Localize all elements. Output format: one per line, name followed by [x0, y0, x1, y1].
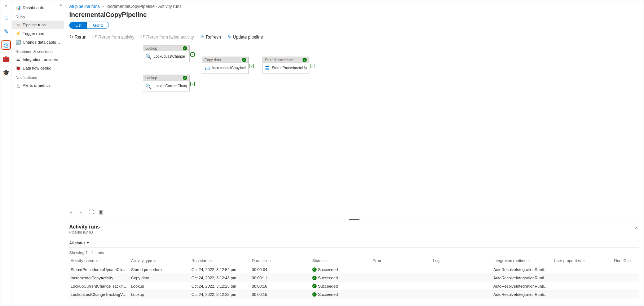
sidebar-item-dataflow-debug[interactable]: 🐞 Data flow debug [12, 64, 64, 72]
sidebar-item-integration-runtimes[interactable]: ☁ Integration runtimes [12, 55, 64, 64]
expand-rail-icon[interactable]: » [5, 3, 7, 8]
zoom-toolbar: ＋ － ⛶ ▣ [69, 209, 103, 216]
col-status[interactable]: Status↑↓ [311, 256, 371, 265]
stored-procedure-icon: ☰ [265, 65, 270, 71]
breadcrumb-link-all-runs[interactable]: All pipeline runs [69, 4, 100, 9]
zoom-in-icon[interactable]: ＋ [69, 209, 74, 216]
sidebar-item-trigger-runs[interactable]: ⚡ Trigger runs [12, 29, 64, 38]
cell-activity-type: Stored procedure [129, 265, 190, 274]
sidebar-item-label: Trigger runs [23, 31, 44, 36]
cell-run-start: Oct 24, 2022, 3:12:54 pm [190, 265, 250, 274]
table-row[interactable]: LookupCurrentChangeTracking...LookupOct … [69, 282, 639, 291]
sidebar-item-dashboards[interactable]: 📊 Dashboards [12, 3, 64, 12]
connector-check-icon: ✓ [250, 64, 254, 68]
monitor-icon[interactable]: ◷ [3, 41, 10, 49]
sort-icon: ↑↓ [628, 259, 631, 263]
cell-user-properties [552, 274, 613, 282]
pipeline-canvas[interactable]: Lookup ✓ 🔍 LookupLastChangeTrackingVersi… [64, 42, 644, 218]
node-stored-procedure[interactable]: Stored procedure ✓ ☰ StoredProceduretoUp… [263, 57, 309, 74]
node-incremental-copy[interactable]: Copy data ✓ 🗃 IncrementalCopyActivity [202, 57, 249, 74]
connector-check-icon: ✓ [190, 52, 195, 57]
activity-runs-table: Activity name↑↓ Activity type↑↓ Run star… [69, 256, 639, 298]
cell-duration: 00:00:11 [250, 274, 310, 282]
update-pipeline-button[interactable]: ✎ Update pipeline [228, 34, 263, 40]
table-row[interactable]: StoredProceduretoUpdateCh...Stored proce… [69, 265, 639, 274]
view-toggle-gantt[interactable]: Gantt [87, 22, 109, 28]
cell-log [432, 291, 492, 299]
zoom-out-icon[interactable]: － [79, 209, 84, 216]
cell-log [432, 274, 492, 282]
rerun-icon: ↻ [69, 34, 73, 40]
cell-duration: 00:00:04 [250, 265, 310, 274]
home-icon[interactable]: ⌂ [3, 14, 10, 21]
view-toggle-list[interactable]: List [70, 22, 87, 28]
status-filter-dropdown[interactable]: All status ▾ [69, 238, 639, 248]
node-type-label: Stored procedure [265, 58, 293, 62]
collapse-panel-icon[interactable]: ⌃ [634, 226, 639, 232]
cell-duration: 00:00:15 [250, 291, 310, 299]
col-log[interactable]: Log [432, 256, 492, 265]
node-lookup-last-change[interactable]: Lookup ✓ 🔍 LookupLastChangeTrackingVersi… [143, 45, 190, 62]
table-row[interactable]: IncrementalCopyActivityCopy dataOct 24, … [69, 274, 639, 282]
cell-error [371, 291, 431, 299]
collapse-sidebar-icon[interactable]: « [59, 3, 62, 7]
author-icon[interactable]: ✎ [3, 28, 10, 35]
rerun-from-failed-button: ↺ Rerun from failed activity [141, 34, 194, 40]
cell-activity-name: IncrementalCopyActivity [69, 274, 129, 282]
success-icon: ✓ [312, 292, 317, 297]
cell-error [371, 265, 431, 274]
toolbar: ↻ Rerun ↺ Rerun from activity ↺ Rerun fr… [64, 32, 644, 42]
view-toggle-row: List Gantt [64, 22, 644, 32]
col-run-id[interactable]: Run ID↑↓ [613, 256, 639, 265]
toolbar-label: Refresh [206, 35, 221, 40]
fit-icon[interactable]: ⛶ [89, 209, 94, 216]
col-integration-runtime[interactable]: Integration runtime↑↓ [492, 256, 552, 265]
sort-icon: ↑↓ [268, 259, 272, 263]
toolbar-label: Rerun [75, 35, 87, 40]
sort-icon: ↑↓ [154, 259, 157, 263]
success-icon: ✓ [312, 267, 317, 272]
refresh-button[interactable]: ⟳ Refresh [200, 34, 221, 40]
cell-error [371, 282, 431, 291]
col-duration[interactable]: Duration↑↓ [250, 256, 310, 265]
node-name-label: LookupLastChangeTrackingVersionAc... [154, 54, 187, 59]
cell-activity-type: Lookup [129, 282, 190, 291]
col-error[interactable]: Error [371, 256, 431, 265]
table-row[interactable]: LookupLastChangeTrackingVer...LookupOct … [69, 291, 639, 299]
cell-integration-runtime: AutoResolveIntegrationRuntime (N [492, 265, 552, 274]
pipeline-run-id-label: Pipeline run ID [69, 230, 100, 234]
cell-user-properties [552, 282, 613, 291]
bug-icon: 🐞 [16, 66, 21, 71]
cell-run-id [613, 291, 639, 299]
cell-activity-type: Copy data [129, 274, 190, 282]
icon-rail: » ⌂ ✎ ◷ 🧰 🎓 [0, 0, 12, 306]
sidebar-item-cdc[interactable]: 🔄 Change data capture (previ... [12, 38, 64, 46]
col-user-properties[interactable]: User properties↑↓ [552, 256, 613, 265]
cell-error [371, 274, 431, 282]
sidebar-item-pipeline-runs[interactable]: ⎋ Pipeline runs [12, 21, 64, 29]
sidebar-section-notifications: Notifications [12, 72, 64, 81]
sidebar-item-alerts[interactable]: △ Alerts & metrics [12, 81, 64, 90]
filter-label: All status [69, 241, 85, 245]
connector-check-icon: ✓ [190, 82, 195, 86]
node-name-label: StoredProceduretoUpdateChangeTra... [272, 66, 307, 70]
learn-icon[interactable]: 🎓 [3, 69, 10, 76]
col-activity-type[interactable]: Activity type↑↓ [129, 256, 190, 265]
result-count: Showing 1 - 4 items [69, 248, 639, 256]
sidebar-section-runtimes: Runtimes & sessions [12, 46, 64, 55]
node-lookup-current-change[interactable]: Lookup ✓ 🔍 LookupCurrentChangeTrackingVe… [143, 75, 190, 92]
cell-activity-name: LookupLastChangeTrackingVer... [69, 291, 129, 299]
success-icon: ✓ [242, 58, 246, 62]
dashboard-icon: 📊 [16, 5, 21, 10]
node-type-label: Lookup [145, 46, 157, 50]
reset-zoom-icon[interactable]: ▣ [99, 209, 103, 216]
rerun-button[interactable]: ↻ Rerun [69, 34, 87, 40]
manage-icon[interactable]: 🧰 [3, 55, 10, 62]
cell-activity-name: LookupCurrentChangeTracking... [69, 282, 129, 291]
copy-data-icon: 🗃 [204, 65, 210, 71]
col-run-start[interactable]: Run start↑↓ [190, 256, 250, 265]
breadcrumb-current: IncrementalCopyPipeline - Activity runs [106, 4, 181, 9]
toolbar-label: Rerun from failed activity [146, 35, 194, 40]
pipeline-canvas-wrap: Lookup ✓ 🔍 LookupLastChangeTrackingVersi… [64, 42, 644, 218]
col-activity-name[interactable]: Activity name↑↓ [69, 256, 129, 265]
